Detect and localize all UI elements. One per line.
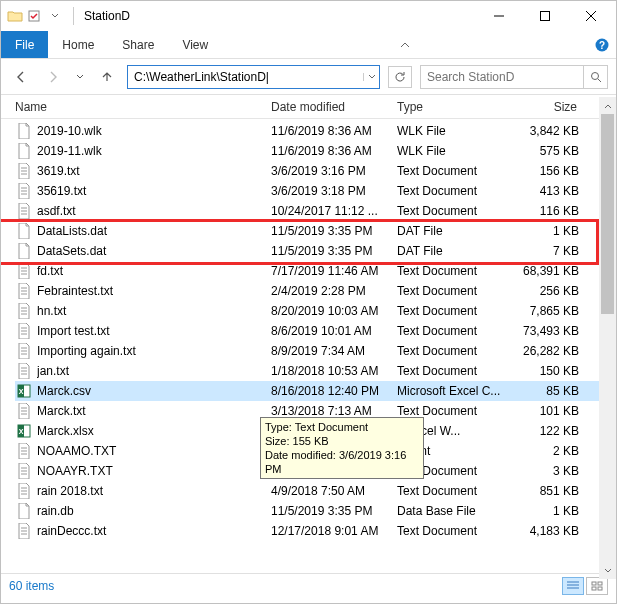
file-size: 575 KB [509,144,579,158]
file-row[interactable]: 2019-11.wlk11/6/2019 8:36 AMWLK File575 … [15,141,616,161]
column-headers[interactable]: Name Date modified Type Size [1,95,616,119]
recent-locations-button[interactable] [73,65,87,89]
file-type: Text Document [397,264,509,278]
file-icon [15,322,33,340]
file-name: Febraintest.txt [37,284,271,298]
file-name: asdf.txt [37,204,271,218]
file-row[interactable]: Import test.txt8/6/2019 10:01 AMText Doc… [15,321,616,341]
highlight-box [1,219,599,265]
file-size: 68,391 KB [509,264,579,278]
scroll-thumb[interactable] [601,114,614,314]
file-date: 2/4/2019 2:28 PM [271,284,397,298]
file-size: 85 KB [509,384,579,398]
file-type: Text Document [397,484,509,498]
file-icon [15,162,33,180]
ribbon-tabs: File Home Share View ? [1,31,616,59]
file-icon [15,302,33,320]
file-size: 256 KB [509,284,579,298]
file-row[interactable]: XMarck.csv8/16/2018 12:40 PMMicrosoft Ex… [15,381,616,401]
col-name[interactable]: Name [15,100,271,114]
search-input[interactable] [421,70,583,84]
file-icon [15,482,33,500]
back-button[interactable] [9,65,33,89]
file-type: Text Document [397,404,509,418]
svg-text:X: X [19,428,24,435]
file-icon [15,362,33,380]
tab-share[interactable]: Share [108,31,168,58]
col-date[interactable]: Date modified [271,100,397,114]
forward-button[interactable] [41,65,65,89]
file-type: Microsoft Excel C... [397,384,509,398]
maximize-button[interactable] [522,1,568,31]
scroll-down-icon[interactable] [599,562,616,579]
dropdown-small-icon[interactable] [47,8,63,24]
file-row[interactable]: asdf.txt10/24/2017 11:12 ...Text Documen… [15,201,616,221]
svg-text:X: X [19,388,24,395]
file-type: Text Document [397,324,509,338]
col-size[interactable]: Size [509,100,589,114]
file-name: Import test.txt [37,324,271,338]
file-row[interactable]: rainDeccc.txt12/17/2018 9:01 AMText Docu… [15,521,616,541]
file-type: WLK File [397,124,509,138]
svg-rect-1 [541,12,550,21]
large-icons-view-button[interactable] [586,577,608,595]
file-row[interactable]: 35619.txt3/6/2019 3:18 PMText Document41… [15,181,616,201]
file-date: 8/9/2019 7:34 AM [271,344,397,358]
address-input[interactable] [128,70,363,84]
file-row[interactable]: Febraintest.txt2/4/2019 2:28 PMText Docu… [15,281,616,301]
file-icon [15,502,33,520]
file-size: 116 KB [509,204,579,218]
file-date: 8/20/2019 10:03 AM [271,304,397,318]
file-size: 150 KB [509,364,579,378]
file-size: 4,183 KB [509,524,579,538]
search-icon[interactable] [583,66,607,88]
file-icon [15,442,33,460]
col-type[interactable]: Type [397,100,509,114]
file-size: 2 KB [509,444,579,458]
file-row[interactable]: Importing again.txt8/9/2019 7:34 AMText … [15,341,616,361]
file-row[interactable]: 2019-10.wlk11/6/2019 8:36 AMWLK File3,84… [15,121,616,141]
address-bar[interactable] [127,65,380,89]
close-button[interactable] [568,1,614,31]
tooltip: Type: Text Document Size: 155 KB Date mo… [260,417,424,479]
file-name: NOAAMO.TXT [37,444,271,458]
search-box[interactable] [420,65,608,89]
file-row[interactable]: 3619.txt3/6/2019 3:16 PMText Document156… [15,161,616,181]
tab-home[interactable]: Home [48,31,108,58]
file-name: Marck.txt [37,404,271,418]
up-button[interactable] [95,65,119,89]
minimize-button[interactable] [476,1,522,31]
tab-view[interactable]: View [168,31,222,58]
file-date: 8/6/2019 10:01 AM [271,324,397,338]
file-size: 73,493 KB [509,324,579,338]
ribbon-expand-icon[interactable] [391,31,419,58]
file-size: 156 KB [509,164,579,178]
tab-file[interactable]: File [1,31,48,58]
details-view-button[interactable] [562,577,584,595]
file-type: Text Document [397,184,509,198]
file-row[interactable]: rain.db11/5/2019 3:35 PMData Base File1 … [15,501,616,521]
help-icon[interactable]: ? [588,31,616,58]
file-list[interactable]: Type: Text Document Size: 155 KB Date mo… [1,119,616,573]
file-row[interactable]: rain 2018.txt4/9/2018 7:50 AMText Docume… [15,481,616,501]
file-size: 26,282 KB [509,344,579,358]
properties-icon[interactable] [27,8,43,24]
file-type: Data Base File [397,504,509,518]
refresh-button[interactable] [388,66,412,88]
address-dropdown-icon[interactable] [363,73,379,81]
file-row[interactable]: hn.txt8/20/2019 10:03 AMText Document7,8… [15,301,616,321]
svg-rect-12 [598,582,602,585]
file-name: rainDeccc.txt [37,524,271,538]
file-icon [15,202,33,220]
file-size: 851 KB [509,484,579,498]
vertical-scrollbar[interactable] [599,97,616,579]
file-date: 10/24/2017 11:12 ... [271,204,397,218]
scroll-up-icon[interactable] [599,97,616,114]
nav-bar [1,59,616,95]
file-type: Text Document [397,304,509,318]
file-icon: X [15,382,33,400]
file-name: 2019-11.wlk [37,144,271,158]
file-row[interactable]: jan.txt1/18/2018 10:53 AMText Document15… [15,361,616,381]
file-icon [15,282,33,300]
file-size: 7,865 KB [509,304,579,318]
